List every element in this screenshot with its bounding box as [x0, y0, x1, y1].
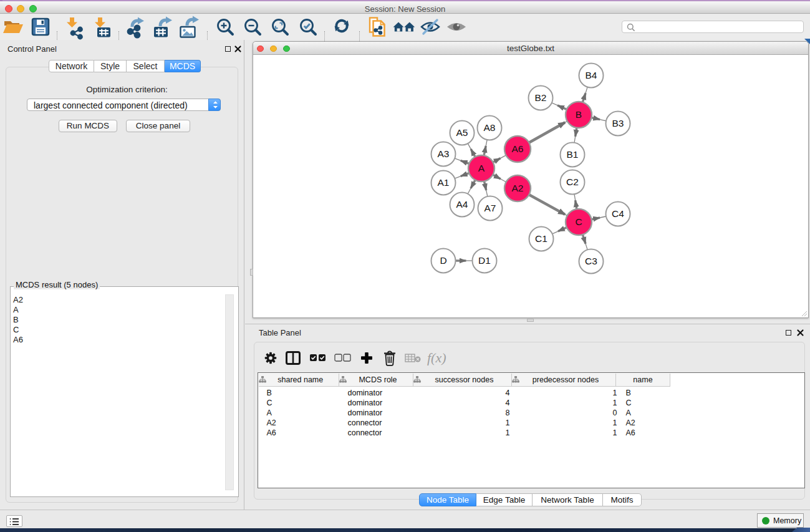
svg-text:B4: B4 — [586, 70, 597, 80]
svg-text:A4: A4 — [456, 199, 468, 210]
svg-text:A5: A5 — [456, 127, 468, 138]
svg-text:A3: A3 — [438, 148, 450, 159]
svg-text:C2: C2 — [566, 177, 579, 187]
svg-text:B2: B2 — [535, 92, 547, 103]
svg-text:B: B — [576, 109, 582, 120]
svg-text:A2: A2 — [512, 183, 524, 193]
svg-text:A: A — [478, 163, 485, 173]
svg-text:C3: C3 — [585, 256, 597, 266]
svg-text:B1: B1 — [567, 149, 579, 160]
svg-text:A7: A7 — [485, 203, 496, 213]
svg-text:C: C — [575, 216, 582, 227]
svg-text:A1: A1 — [438, 177, 450, 188]
svg-text:A8: A8 — [484, 122, 496, 133]
svg-text:A6: A6 — [512, 143, 524, 154]
svg-text:C1: C1 — [535, 233, 547, 244]
svg-text:D: D — [440, 255, 446, 266]
svg-text:C4: C4 — [612, 208, 624, 219]
svg-text:B3: B3 — [612, 118, 624, 128]
svg-text:D1: D1 — [478, 255, 491, 266]
